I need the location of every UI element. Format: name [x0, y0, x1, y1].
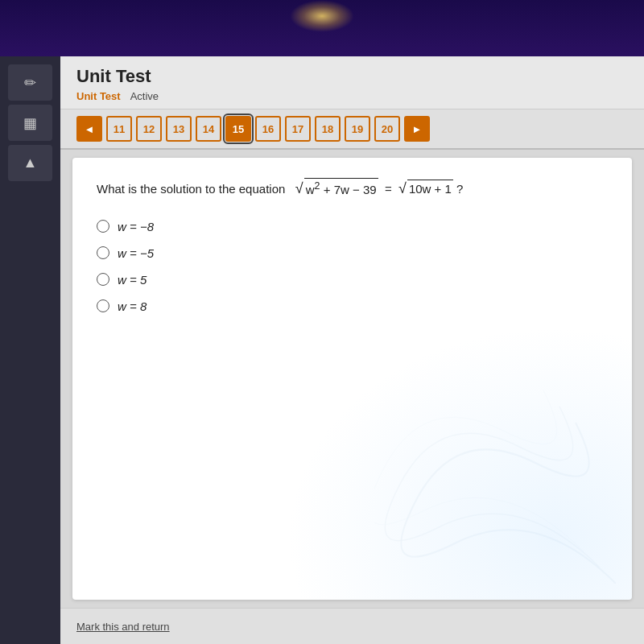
question-14-button[interactable]: 14 — [196, 116, 221, 142]
breadcrumb-status: Active — [130, 90, 159, 102]
question-13-button[interactable]: 13 — [166, 116, 192, 142]
radio-c[interactable] — [97, 273, 109, 286]
top-bar — [0, 0, 644, 56]
prev-button[interactable]: ◄ — [76, 116, 102, 142]
screen: ✏ ▦ ▲ Unit Test Unit Test Active ◄ 11 12… — [0, 0, 644, 644]
option-d[interactable]: w = 8 — [97, 299, 608, 313]
rhs-content: 10w + 1 — [407, 180, 453, 199]
top-bar-light — [290, 0, 354, 32]
mark-button[interactable]: Mark this and return — [76, 621, 170, 633]
question-16-button[interactable]: 16 — [255, 116, 281, 142]
question-17-button[interactable]: 17 — [285, 116, 311, 142]
sidebar: ✏ ▦ ▲ — [0, 56, 60, 644]
pencil-icon[interactable]: ✏ — [8, 64, 52, 101]
option-b-label: w = −5 — [118, 246, 154, 260]
question-20-button[interactable]: 20 — [374, 116, 400, 142]
decorative-swirl — [374, 382, 616, 584]
sqrt-symbol-lhs: √ — [295, 181, 303, 196]
options-list: w = −8 w = −5 w = 5 w = 8 — [97, 220, 608, 313]
radio-d[interactable] — [97, 299, 109, 312]
page-title: Unit Test — [76, 66, 628, 87]
content: Unit Test Unit Test Active ◄ 11 12 13 14… — [60, 56, 644, 644]
option-c-label: w = 5 — [118, 273, 147, 287]
sqrt-symbol-rhs: √ — [398, 181, 407, 196]
rhs-formula: √ 10w + 1 — [398, 180, 453, 199]
option-d-label: w = 8 — [118, 299, 147, 313]
breadcrumb: Unit Test Active — [76, 90, 628, 109]
content-header: Unit Test Unit Test Active — [60, 56, 644, 109]
question-11-button[interactable]: 11 — [106, 116, 132, 142]
question-area: What is the solution to the equation √ w… — [72, 158, 632, 600]
breadcrumb-link[interactable]: Unit Test — [76, 90, 121, 102]
lhs-content: w2 + 7w − 39 — [304, 178, 378, 200]
option-a-label: w = −8 — [118, 220, 154, 233]
question-12-button[interactable]: 12 — [136, 116, 162, 142]
question-text: What is the solution to the equation √ w… — [97, 178, 608, 200]
question-nav-bar: ◄ 11 12 13 14 15 16 17 18 19 20 ► — [60, 109, 644, 150]
question-19-button[interactable]: 19 — [345, 116, 370, 142]
main-area: ✏ ▦ ▲ Unit Test Unit Test Active ◄ 11 12… — [0, 56, 644, 644]
radio-a[interactable] — [97, 220, 109, 233]
radio-b[interactable] — [97, 246, 109, 259]
option-a[interactable]: w = −8 — [97, 220, 608, 233]
bottom-bar: Mark this and return — [60, 608, 644, 644]
lhs-formula: √ w2 + 7w − 39 — [295, 178, 378, 200]
calculator-icon[interactable]: ▦ — [8, 105, 52, 141]
question-15-button[interactable]: 15 — [225, 116, 251, 142]
arrow-up-icon[interactable]: ▲ — [8, 145, 52, 181]
question-suffix: ? — [456, 182, 463, 196]
question-18-button[interactable]: 18 — [315, 116, 341, 142]
question-prefix: What is the solution to the equation — [97, 182, 285, 196]
next-button[interactable]: ► — [404, 116, 430, 142]
option-b[interactable]: w = −5 — [97, 246, 608, 260]
option-c[interactable]: w = 5 — [97, 273, 608, 287]
